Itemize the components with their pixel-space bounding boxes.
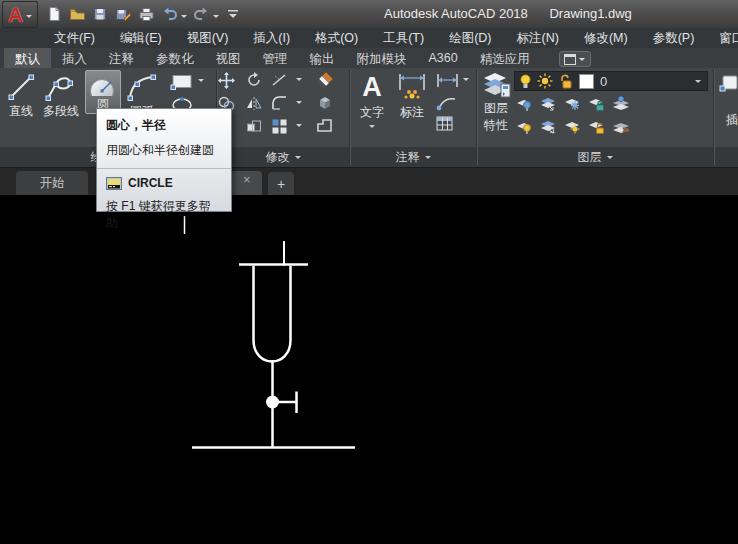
menu-modify[interactable]: 修改(M) — [584, 30, 628, 47]
redo-button[interactable] — [191, 4, 211, 24]
undo-arrow-icon — [161, 6, 178, 22]
line-tool-button[interactable]: 直线 — [3, 71, 39, 120]
move-tool-button[interactable] — [218, 72, 235, 93]
array-tool-button[interactable] — [271, 118, 288, 139]
ribbon-tab-output[interactable]: 输出 — [299, 48, 346, 68]
layers-panel-title[interactable]: 图层 — [477, 150, 713, 164]
dimension-tool-label: 标注 — [400, 104, 424, 121]
menu-window[interactable]: 窗口(W) — [719, 30, 738, 47]
stretch-tool-button[interactable] — [246, 119, 262, 139]
leader-tool-button[interactable] — [436, 95, 458, 115]
layer-isolate-button[interactable] — [540, 95, 557, 112]
current-layer-name: 0 — [600, 74, 607, 89]
redo-history-chevron-icon[interactable] — [213, 15, 219, 21]
polyline-tool-button[interactable]: 多段线 — [38, 71, 84, 120]
customize-quick-access-button[interactable] — [223, 4, 243, 24]
plus-icon: + — [277, 176, 285, 192]
layer-make-current-button[interactable] — [612, 95, 630, 112]
mirror-tool-button[interactable] — [246, 95, 262, 115]
layer-on-button[interactable] — [516, 118, 533, 135]
open-file-button[interactable] — [67, 4, 87, 24]
trim-tool-button[interactable] — [271, 72, 288, 92]
ribbon-tab-manage[interactable]: 管理 — [252, 48, 299, 68]
layer-properties-label-line1: 图层 — [484, 100, 508, 117]
save-button[interactable] — [90, 4, 110, 24]
title-bar: A — [0, 0, 738, 29]
ribbon-tab-addins[interactable]: 附加模块 — [346, 48, 418, 68]
menu-tools[interactable]: 工具(T) — [383, 30, 424, 47]
annotation-panel-title[interactable]: 注释 — [350, 150, 476, 164]
ribbon-tab-view[interactable]: 视图 — [205, 48, 252, 68]
ribbon-tab-insert[interactable]: 插入 — [51, 48, 98, 68]
table-tool-button[interactable] — [436, 116, 453, 135]
leader-icon — [436, 95, 458, 111]
modify-panel-title[interactable]: 修改 — [217, 150, 349, 164]
undo-history-chevron-icon[interactable] — [181, 15, 187, 21]
menu-dimension[interactable]: 标注(N) — [517, 30, 559, 47]
fillet-tool-button[interactable] — [271, 95, 288, 115]
new-drawing-tab-button[interactable]: + — [268, 172, 294, 196]
layer-select-dropdown[interactable]: 0 — [514, 71, 708, 91]
array-flyout-chevron-icon[interactable] — [296, 124, 302, 130]
menu-view[interactable]: 视图(V) — [187, 30, 229, 47]
dimension-tool-button[interactable]: 标注 — [392, 70, 432, 121]
rectangle-flyout-chevron-icon[interactable] — [198, 79, 204, 85]
menu-format[interactable]: 格式(O) — [315, 30, 358, 47]
line-tool-label: 直线 — [9, 103, 33, 120]
panel-separator — [713, 70, 715, 165]
rotate-tool-button[interactable] — [246, 72, 262, 92]
explode-tool-button[interactable] — [316, 94, 334, 115]
menu-edit[interactable]: 编辑(E) — [120, 30, 162, 47]
ribbon-tab-parametric[interactable]: 参数化 — [145, 48, 205, 68]
ribbon-tab-a360[interactable]: A360 — [418, 48, 469, 68]
new-file-button[interactable] — [44, 4, 64, 24]
start-tab[interactable]: 开始 — [16, 171, 88, 196]
fillet-flyout-chevron-icon[interactable] — [296, 101, 302, 107]
drawing-canvas[interactable] — [0, 195, 738, 544]
menu-draw[interactable]: 绘图(D) — [449, 30, 491, 47]
redo-arrow-icon — [193, 6, 210, 22]
chevron-down-icon — [425, 156, 431, 162]
linear-dimension-button[interactable] — [436, 73, 459, 92]
ribbon-tab-home[interactable]: 默认 — [4, 48, 51, 68]
autocad-window: A — [0, 0, 738, 544]
insert-block-button[interactable] — [719, 74, 738, 97]
menu-insert[interactable]: 插入(I) — [253, 30, 290, 47]
layer-unisolate-button[interactable] — [540, 118, 557, 135]
fillet-icon — [271, 95, 288, 111]
window-title: Autodesk AutoCAD 2018 Drawing1.dwg — [384, 6, 650, 21]
stopcock-valve[interactable] — [266, 396, 279, 409]
offset-tool-button[interactable] — [316, 118, 334, 138]
ribbon-tab-featured-apps[interactable]: 精选应用 — [469, 48, 541, 68]
plot-button[interactable] — [136, 4, 156, 24]
menu-file[interactable]: 文件(F) — [54, 30, 95, 47]
ribbon-tab-annotate[interactable]: 注释 — [98, 48, 145, 68]
application-menu-button[interactable]: A — [2, 1, 38, 28]
erase-tool-button[interactable] — [316, 71, 334, 93]
array-icon — [271, 118, 288, 135]
start-tab-label: 开始 — [40, 175, 65, 192]
close-tab-icon[interactable]: × — [243, 173, 251, 186]
text-tool-button[interactable]: A 文字 — [354, 70, 390, 131]
rectangle-icon — [170, 73, 194, 90]
layer-lock-button[interactable] — [588, 95, 605, 112]
undo-button[interactable] — [159, 4, 179, 24]
rectangle-tool-button[interactable] — [170, 73, 194, 94]
dimension-flyout-chevron-icon[interactable] — [463, 78, 469, 84]
chevron-down-icon — [579, 58, 585, 64]
menu-bar: 文件(F) 编辑(E) 视图(V) 插入(I) 格式(O) 工具(T) 绘图(D… — [0, 28, 738, 48]
layer-match-button[interactable] — [612, 118, 630, 135]
menu-parametric[interactable]: 参数(P) — [653, 30, 695, 47]
layer-off-button[interactable] — [516, 95, 533, 112]
u-tube[interactable] — [254, 266, 291, 362]
annotation-panel-title-label: 注释 — [396, 149, 420, 166]
save-as-button[interactable] — [113, 4, 133, 24]
layer-freeze-button[interactable] — [564, 95, 581, 112]
layer-unlock-button[interactable] — [588, 118, 605, 135]
dimension-icon — [396, 70, 428, 104]
line-icon — [6, 71, 36, 103]
trim-flyout-chevron-icon[interactable] — [296, 78, 302, 84]
ribbon-display-toggle-button[interactable] — [559, 51, 591, 67]
layer-properties-button[interactable]: 图层 特性 — [478, 70, 514, 134]
layer-thaw-button[interactable] — [564, 118, 581, 135]
